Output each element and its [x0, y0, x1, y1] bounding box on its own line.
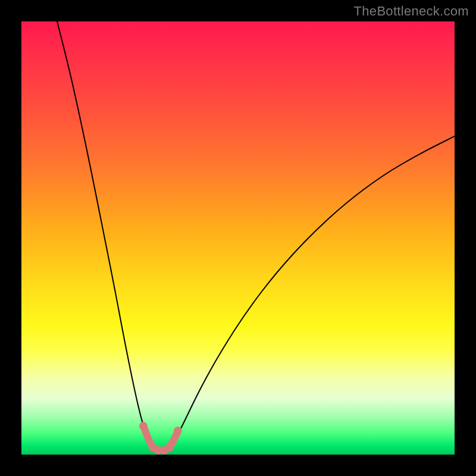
chart-stage: TheBottleneck.com — [0, 0, 476, 476]
valley-marker — [139, 422, 148, 430]
watermark-text: TheBottleneck.com — [354, 4, 469, 19]
left-branch-curve — [57, 21, 152, 445]
valley-marker — [174, 427, 182, 435]
chart-svg — [21, 21, 455, 455]
valley-marker — [165, 443, 174, 452]
right-branch-curve — [171, 136, 455, 445]
plot-area — [21, 21, 455, 455]
